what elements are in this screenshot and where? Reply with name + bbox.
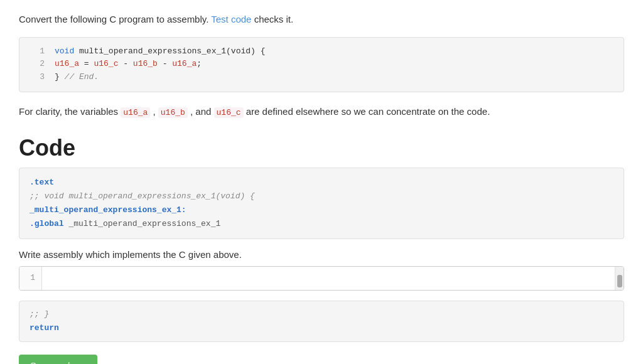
asm-directive: .text	[30, 178, 54, 187]
line-number-3: 3	[30, 71, 45, 84]
code-heading: Code	[19, 135, 624, 161]
intro-text-before: Convert the following C program to assem…	[19, 14, 211, 24]
output-comment: ;; }	[30, 309, 49, 319]
asm-global-line: .global _multi_operand_expressions_ex_1	[30, 217, 613, 231]
editor-scrollbar[interactable]	[615, 267, 624, 290]
clarity-text-before: For clarity, the variables	[19, 106, 121, 117]
asm-preamble-block: .text ;; void multi_operand_expressions_…	[19, 168, 624, 239]
var-u16-c: u16_c	[214, 107, 244, 118]
asm-comment: ;; void multi_operand_expressions_ex_1(v…	[30, 191, 255, 201]
c-code-content-3: } // End.	[55, 71, 99, 84]
line-number-2: 2	[30, 58, 45, 71]
var-u16-b: u16_b	[158, 107, 188, 118]
editor-line-number: 1	[19, 267, 42, 290]
write-instruction: Write assembly which implements the C gi…	[19, 249, 624, 260]
asm-label: _multi_operand_expressions_ex_1:	[30, 205, 186, 215]
intro-paragraph: Convert the following C program to assem…	[19, 13, 624, 27]
save-run-button[interactable]: Save and run	[19, 355, 97, 364]
var-u16-a: u16_a	[121, 107, 150, 118]
output-return: return	[30, 323, 59, 333]
scrollbar-thumb	[617, 275, 622, 287]
c-code-line-2: 2 u16_a = u16_c - u16_b - u16_a;	[30, 58, 613, 71]
c-code-block: 1 void multi_operand_expressions_ex_1(vo…	[19, 37, 624, 92]
output-line-2: return	[30, 321, 613, 335]
line-number-1: 1	[30, 45, 45, 58]
asm-comment-line: ;; void multi_operand_expressions_ex_1(v…	[30, 190, 613, 203]
asm-global-keyword: .global	[30, 219, 64, 228]
test-code-link[interactable]: Test code	[211, 14, 251, 24]
output-block: ;; } return	[19, 301, 624, 342]
c-code-line-1: 1 void multi_operand_expressions_ex_1(vo…	[30, 45, 613, 58]
asm-text-directive: .text	[30, 176, 613, 190]
c-code-content-2: u16_a = u16_c - u16_b - u16_a;	[55, 58, 202, 71]
output-line-1: ;; }	[30, 308, 613, 321]
c-code-line-3: 3 } // End.	[30, 71, 613, 84]
clarity-text-after: are defined elsewhere so we can concentr…	[244, 106, 490, 117]
asm-label-line: _multi_operand_expressions_ex_1:	[30, 203, 613, 217]
c-code-content-1: void multi_operand_expressions_ex_1(void…	[55, 45, 265, 58]
assembly-input[interactable]	[42, 267, 615, 290]
code-editor[interactable]: 1	[19, 266, 624, 291]
asm-global-value: _multi_operand_expressions_ex_1	[64, 219, 221, 228]
intro-text-after: checks it.	[251, 14, 293, 24]
clarity-paragraph: For clarity, the variables u16_a , u16_b…	[19, 104, 624, 120]
